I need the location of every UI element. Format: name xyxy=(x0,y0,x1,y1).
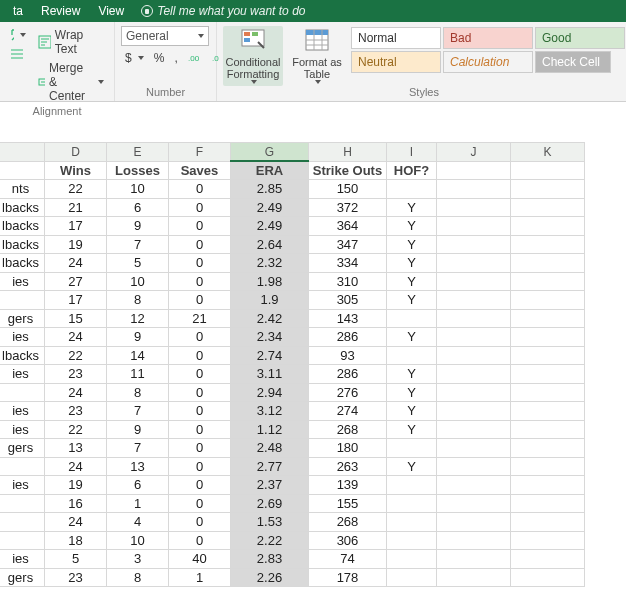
cell-hof[interactable] xyxy=(387,180,437,199)
cell-empty[interactable] xyxy=(437,180,511,199)
cell-empty[interactable] xyxy=(511,513,585,532)
cell-empty[interactable] xyxy=(437,457,511,476)
cell-strikeouts[interactable]: 93 xyxy=(309,346,387,365)
cell-hof[interactable]: Y xyxy=(387,457,437,476)
cell-losses[interactable]: 14 xyxy=(107,346,169,365)
cell-losses[interactable]: 7 xyxy=(107,439,169,458)
cell-era[interactable]: 2.74 xyxy=(231,346,309,365)
style-check-cell[interactable]: Check Cell xyxy=(535,51,611,73)
cell-empty[interactable] xyxy=(437,402,511,421)
cell-team[interactable]: ies xyxy=(0,272,45,291)
cell-era[interactable]: 2.26 xyxy=(231,568,309,587)
cell-saves[interactable]: 0 xyxy=(169,402,231,421)
cell-wins[interactable]: 15 xyxy=(45,309,107,328)
table-row[interactable]: lbacks221402.7493 xyxy=(0,346,585,365)
currency-button[interactable]: $ xyxy=(121,49,148,67)
cell-era[interactable]: 1.98 xyxy=(231,272,309,291)
cell-era[interactable]: 3.11 xyxy=(231,365,309,384)
table-row[interactable]: 16102.69155 xyxy=(0,494,585,513)
cell-hof[interactable]: Y xyxy=(387,402,437,421)
cell-saves[interactable]: 0 xyxy=(169,476,231,495)
cell-team[interactable] xyxy=(0,383,45,402)
cell-team[interactable]: lbacks xyxy=(0,254,45,273)
cell-empty[interactable] xyxy=(437,550,511,569)
table-row[interactable]: 181002.22306 xyxy=(0,531,585,550)
cell-losses[interactable]: 4 xyxy=(107,513,169,532)
cell-team[interactable]: lbacks xyxy=(0,346,45,365)
cell-saves[interactable]: 0 xyxy=(169,439,231,458)
cell-losses[interactable]: 6 xyxy=(107,476,169,495)
cell-wins[interactable]: 22 xyxy=(45,180,107,199)
colhdr-i[interactable]: I xyxy=(387,143,437,162)
cell-hof[interactable]: Y xyxy=(387,420,437,439)
style-normal[interactable]: Normal xyxy=(351,27,441,49)
cell-strikeouts[interactable]: 143 xyxy=(309,309,387,328)
cell-saves[interactable]: 0 xyxy=(169,513,231,532)
cell-empty[interactable] xyxy=(511,346,585,365)
cell-strikeouts[interactable]: 306 xyxy=(309,531,387,550)
cell-strikeouts[interactable]: 74 xyxy=(309,550,387,569)
cell-losses[interactable]: 10 xyxy=(107,531,169,550)
cell-wins[interactable]: 24 xyxy=(45,328,107,347)
cell-empty[interactable] xyxy=(437,346,511,365)
cell-wins[interactable]: 19 xyxy=(45,235,107,254)
table-row[interactable]: lbacks21602.49372Y xyxy=(0,198,585,217)
cell-empty[interactable] xyxy=(437,309,511,328)
cell-wins[interactable]: 24 xyxy=(45,254,107,273)
cell-era[interactable]: 2.42 xyxy=(231,309,309,328)
cell-team[interactable]: gers xyxy=(0,309,45,328)
cell-saves[interactable]: 40 xyxy=(169,550,231,569)
cell-team[interactable] xyxy=(0,531,45,550)
cell-wins[interactable]: 17 xyxy=(45,291,107,310)
cell-empty[interactable] xyxy=(437,291,511,310)
cell-team[interactable]: ies xyxy=(0,365,45,384)
style-calculation[interactable]: Calculation xyxy=(443,51,533,73)
cell-wins[interactable]: 23 xyxy=(45,568,107,587)
cell-team[interactable]: lbacks xyxy=(0,235,45,254)
cell-losses[interactable]: 12 xyxy=(107,309,169,328)
table-row[interactable]: ies22901.12268Y xyxy=(0,420,585,439)
cell-wins[interactable]: 22 xyxy=(45,420,107,439)
cell-team[interactable] xyxy=(0,494,45,513)
cell-empty[interactable] xyxy=(437,198,511,217)
cell-empty[interactable] xyxy=(511,365,585,384)
cell-hof[interactable]: Y xyxy=(387,198,437,217)
cell-strikeouts[interactable]: 274 xyxy=(309,402,387,421)
cell-strikeouts[interactable]: 150 xyxy=(309,180,387,199)
cell-strikeouts[interactable]: 347 xyxy=(309,235,387,254)
wrap-text-button[interactable]: Wrap Text xyxy=(34,26,108,58)
cell-hof[interactable] xyxy=(387,568,437,587)
cell-empty[interactable] xyxy=(511,309,585,328)
cell-empty[interactable] xyxy=(437,272,511,291)
table-row[interactable]: ies231103.11286Y xyxy=(0,365,585,384)
cell-losses[interactable]: 6 xyxy=(107,198,169,217)
cell-hof[interactable] xyxy=(387,309,437,328)
cell-empty[interactable] xyxy=(511,217,585,236)
cell-strikeouts[interactable]: 139 xyxy=(309,476,387,495)
cell-empty[interactable] xyxy=(437,513,511,532)
cell-losses[interactable]: 9 xyxy=(107,217,169,236)
cell-wins[interactable]: 24 xyxy=(45,513,107,532)
cell-strikeouts[interactable]: 268 xyxy=(309,420,387,439)
colhdr-e[interactable]: E xyxy=(107,143,169,162)
cell-losses[interactable]: 8 xyxy=(107,383,169,402)
cell-team[interactable] xyxy=(0,457,45,476)
format-as-table-button[interactable]: Format as Table xyxy=(287,26,347,86)
colhdr-d[interactable]: D xyxy=(45,143,107,162)
cell-saves[interactable]: 0 xyxy=(169,420,231,439)
cell-era[interactable]: 2.49 xyxy=(231,217,309,236)
table-header-row[interactable]: Wins Losses Saves ERA Strike Outs HOF? xyxy=(0,161,585,180)
style-good[interactable]: Good xyxy=(535,27,625,49)
cell-hof[interactable] xyxy=(387,346,437,365)
cell-saves[interactable]: 0 xyxy=(169,365,231,384)
cell-empty[interactable] xyxy=(511,457,585,476)
cell-saves[interactable]: 0 xyxy=(169,198,231,217)
colhdr-j[interactable]: J xyxy=(437,143,511,162)
cell-empty[interactable] xyxy=(511,291,585,310)
cell-hof[interactable] xyxy=(387,439,437,458)
cell-strikeouts[interactable]: 268 xyxy=(309,513,387,532)
table-row[interactable]: ies53402.8374 xyxy=(0,550,585,569)
table-row[interactable]: ies271001.98310Y xyxy=(0,272,585,291)
cell-hof[interactable]: Y xyxy=(387,235,437,254)
table-row[interactable]: 241302.77263Y xyxy=(0,457,585,476)
